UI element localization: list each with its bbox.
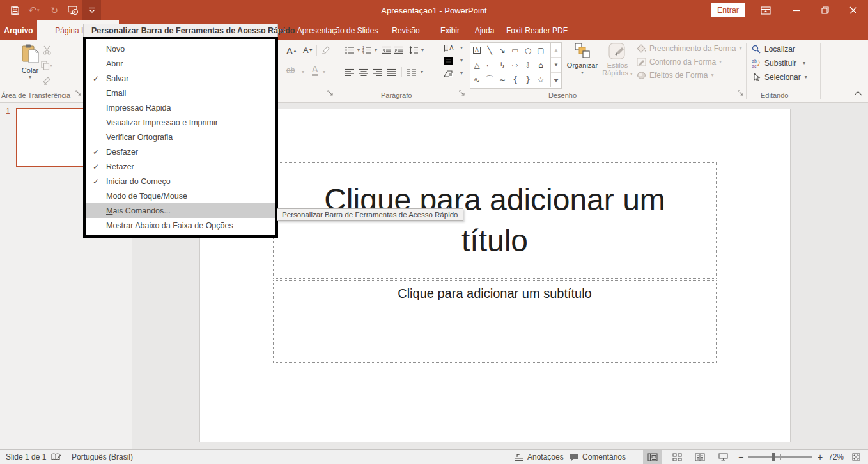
close-button[interactable] [839, 0, 868, 20]
text-highlight-icon[interactable]: ab [286, 66, 295, 75]
menu-item-refazer[interactable]: ✓Refazer [86, 159, 275, 174]
bullets-caret[interactable]: ▾ [357, 48, 360, 53]
menu-item-modo-toque-mouse[interactable]: Modo de Toque/Mouse [86, 189, 275, 203]
justify-icon[interactable] [387, 68, 397, 77]
slideshow-view-button[interactable] [713, 450, 732, 464]
spell-check-icon[interactable] [51, 450, 61, 464]
zoom-in-button[interactable]: + [816, 450, 825, 464]
numbering-icon[interactable]: 123 [362, 46, 372, 54]
menu-item-mostrar-abaixo[interactable]: Mostrar Abaixo da Faixa de Opções [86, 218, 275, 233]
undo-icon[interactable]: ↶▾ [24, 0, 43, 20]
minimize-button[interactable] [781, 0, 810, 20]
slide-thumbnail-number: 1 [6, 107, 10, 116]
tab-foxit-reader-pdf[interactable]: Foxit Reader PDF [500, 20, 574, 40]
comments-icon [570, 453, 579, 461]
customize-quick-access-toolbar-icon[interactable] [82, 0, 101, 20]
select-button[interactable]: Selecionar▾ [752, 73, 807, 82]
copy-caret: ▾ [50, 63, 52, 68]
clipboard-dialog-launcher-icon[interactable] [75, 88, 82, 99]
quick-styles-button[interactable]: Estilos Rápidos ▾ [601, 42, 634, 77]
zoom-level[interactable]: 72% [828, 450, 844, 464]
align-left-icon[interactable] [345, 68, 355, 77]
save-icon[interactable] [6, 0, 23, 20]
text-highlight-caret[interactable]: ▾ [302, 70, 304, 75]
cut-icon[interactable] [42, 45, 52, 55]
shape-fill-button[interactable]: Preenchimento da Forma▾ [637, 44, 741, 53]
columns-icon[interactable] [407, 68, 416, 77]
zoom-slider-thumb[interactable] [772, 453, 775, 461]
align-text-icon[interactable]: ▾ [443, 56, 463, 65]
copy-icon[interactable]: ▾ [41, 61, 52, 70]
tab-exibir[interactable]: Exibir [431, 20, 469, 40]
font-dialog-launcher-icon[interactable] [327, 88, 334, 99]
notes-toggle[interactable]: Anotações [515, 450, 564, 464]
ribbon-display-options-icon[interactable] [751, 0, 780, 20]
restore-button[interactable] [810, 0, 840, 20]
zoom-slider[interactable] [748, 450, 812, 464]
tab-arquivo[interactable]: Arquivo [0, 20, 37, 40]
svg-text:A: A [449, 45, 454, 52]
collapse-ribbon-icon[interactable] [854, 87, 862, 98]
find-button[interactable]: Localizar [752, 45, 807, 54]
shapes-scroll-up-icon[interactable]: ▲ [551, 43, 561, 58]
menu-item-iniciar-do-comeco[interactable]: ✓Iniciar do Começo [86, 174, 275, 189]
columns-caret[interactable]: ▾ [421, 70, 423, 75]
arrange-caret: ▾ [581, 70, 584, 75]
increase-indent-icon[interactable] [394, 46, 404, 54]
menu-item-visualizar-impressao[interactable]: Visualizar Impressão e Imprimir [86, 115, 275, 130]
decrease-indent-icon[interactable] [382, 46, 392, 54]
arrange-label: Organizar [567, 61, 598, 69]
font-color-caret[interactable]: ▾ [323, 70, 325, 75]
numbering-caret[interactable]: ▾ [375, 48, 377, 53]
bullets-icon[interactable] [345, 46, 355, 54]
zoom-out-button[interactable]: − [736, 450, 745, 464]
increase-font-size-icon[interactable]: A▲ [286, 45, 297, 56]
paragraph-row-2: ▾ [345, 67, 423, 77]
subtitle-placeholder[interactable]: Clique para adicionar um subtítulo [273, 280, 717, 363]
menu-item-salvar[interactable]: ✓Salvar [86, 71, 275, 86]
tab-apresentacao-de-slides[interactable]: Apresentação de Slides [294, 20, 381, 40]
menu-item-mais-comandos[interactable]: Mais Comandos... [86, 203, 275, 218]
paragraph-dialog-launcher-icon[interactable] [459, 88, 465, 99]
menu-item-verificar-ortografia[interactable]: Verificar Ortografia [86, 130, 275, 144]
normal-view-button[interactable] [643, 450, 662, 464]
redo-icon[interactable]: ↻ [46, 0, 63, 20]
arrange-button[interactable]: Organizar ▾ [565, 42, 600, 75]
align-right-icon[interactable] [373, 68, 383, 77]
menu-item-novo[interactable]: Novo [86, 42, 275, 56]
line-spacing-caret[interactable]: ▾ [421, 48, 424, 53]
reading-view-button[interactable] [690, 450, 709, 464]
slide-sorter-view-button[interactable] [667, 450, 686, 464]
format-painter-icon[interactable] [42, 76, 52, 86]
shapes-scroll-down-icon[interactable]: ▼ [551, 58, 561, 72]
quick-styles-label-1: Estilos [607, 61, 628, 69]
shape-outline-button[interactable]: Contorno da Forma▾ [637, 58, 741, 66]
start-from-beginning-icon[interactable] [64, 0, 82, 20]
tab-ajuda[interactable]: Ajuda [469, 20, 500, 40]
tab-revisao[interactable]: Revisão [381, 20, 431, 40]
font-color-icon[interactable]: A [312, 65, 318, 76]
shapes-more-icon[interactable]: ▬▼ [551, 73, 561, 87]
shapes-gallery[interactable]: A╲↘▭○▢ △⌐↳⇨⇩⌂ ∿⌒∼{}☆ ▲ ▼ ▬▼ [470, 42, 562, 89]
clear-formatting-icon[interactable] [320, 45, 330, 55]
language-indicator[interactable]: Português (Brasil) [72, 450, 133, 464]
text-direction-icon[interactable]: A▾ [443, 43, 463, 52]
menu-item-impressao-rapida[interactable]: Impressão Rápida [86, 100, 275, 115]
subtitle-placeholder-text: Clique para adicionar um subtítulo [274, 286, 716, 301]
drawing-dialog-launcher-icon[interactable] [738, 88, 744, 99]
convert-to-smartart-icon[interactable]: ▾ [443, 69, 463, 78]
menu-item-email[interactable]: Email [86, 86, 275, 100]
menu-item-desfazer[interactable]: ✓Desfazer [86, 144, 275, 159]
menu-item-abrir[interactable]: Abrir [86, 56, 275, 71]
status-bar: Slide 1 de 1 Português (Brasil) Anotaçõe… [0, 449, 868, 464]
font-group-divider [316, 45, 317, 56]
fit-slide-to-window-icon[interactable] [851, 450, 861, 464]
comments-toggle[interactable]: Comentários [570, 450, 626, 464]
replace-button[interactable]: abac Substituir▾ [752, 59, 807, 68]
decrease-font-size-icon[interactable]: A▼ [303, 45, 313, 55]
sign-in-button[interactable]: Entrar [711, 3, 745, 17]
shape-effects-button[interactable]: Efeitos de Forma▾ [637, 71, 741, 80]
line-spacing-icon[interactable] [409, 46, 419, 54]
align-center-icon[interactable] [359, 68, 369, 77]
shapes-gallery-scrollbar[interactable]: ▲ ▼ ▬▼ [550, 43, 561, 87]
